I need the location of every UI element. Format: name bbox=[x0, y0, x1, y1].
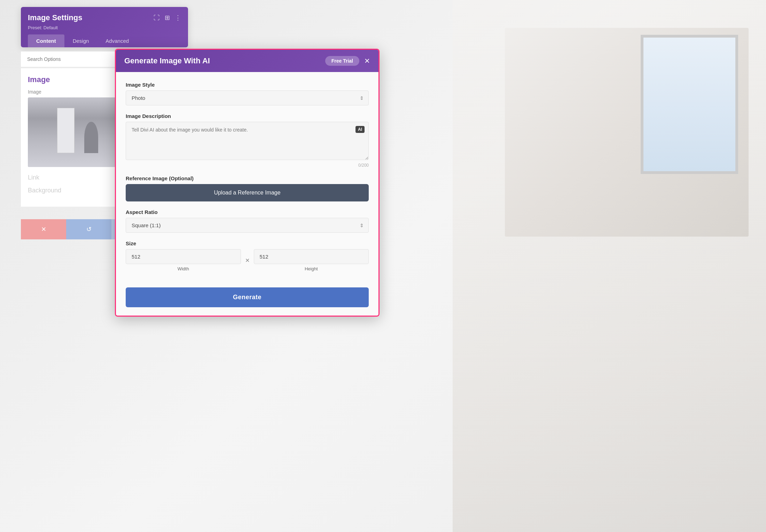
cancel-icon: ✕ bbox=[41, 225, 46, 233]
aspect-ratio-group: Aspect Ratio Square (1:1) Landscape (16:… bbox=[126, 209, 369, 233]
height-input[interactable] bbox=[254, 249, 369, 264]
height-group: Height bbox=[254, 249, 369, 271]
image-style-select-wrapper: Photo Illustration Abstract Watercolor ⇕ bbox=[126, 90, 369, 105]
size-x-icon: ✕ bbox=[245, 257, 250, 264]
width-label: Width bbox=[126, 266, 241, 271]
panel-icons: ⛶ ⊞ ⋮ bbox=[154, 14, 181, 22]
cancel-button[interactable]: ✕ bbox=[21, 219, 66, 239]
panel-header-top: Image Settings ⛶ ⊞ ⋮ bbox=[28, 13, 181, 22]
close-button[interactable]: ✕ bbox=[364, 57, 370, 64]
height-label: Height bbox=[254, 266, 369, 271]
ai-dialog-footer: Generate bbox=[116, 287, 378, 316]
tab-advanced[interactable]: Advanced bbox=[97, 34, 137, 47]
panel-preset: Preset: Default bbox=[28, 25, 181, 30]
room-figure bbox=[84, 122, 98, 153]
char-count: 0/200 bbox=[126, 163, 369, 168]
more-icon[interactable]: ⋮ bbox=[175, 14, 181, 22]
search-input[interactable] bbox=[27, 56, 97, 62]
aspect-ratio-label: Aspect Ratio bbox=[126, 209, 369, 215]
ai-badge: AI bbox=[355, 126, 365, 133]
image-description-label: Image Description bbox=[126, 113, 369, 119]
panel-title: Image Settings bbox=[28, 13, 82, 22]
room-window bbox=[641, 35, 738, 174]
ai-dialog-title: Generate Image With AI bbox=[124, 56, 210, 65]
expand-icon[interactable]: ⛶ bbox=[154, 14, 160, 22]
undo-button[interactable]: ↺ bbox=[66, 219, 111, 239]
image-settings-panel: Image Settings ⛶ ⊞ ⋮ Preset: Default Con… bbox=[21, 7, 188, 47]
size-group: Size Width ✕ Height bbox=[126, 240, 369, 271]
generate-button[interactable]: Generate bbox=[126, 287, 369, 307]
panel-header: Image Settings ⛶ ⊞ ⋮ Preset: Default Con… bbox=[21, 7, 188, 47]
free-trial-badge[interactable]: Free Trial bbox=[325, 56, 359, 66]
ai-dialog-body: Image Style Photo Illustration Abstract … bbox=[116, 72, 378, 287]
ai-dialog-header-right: Free Trial ✕ bbox=[325, 56, 370, 66]
tab-content[interactable]: Content bbox=[28, 34, 64, 47]
upload-reference-button[interactable]: Upload a Reference Image bbox=[126, 184, 369, 201]
room-simulation bbox=[28, 97, 125, 167]
panel-tabs: Content Design Advanced bbox=[28, 34, 181, 47]
reference-image-label: Reference Image (Optional) bbox=[126, 175, 369, 181]
image-description-textarea[interactable] bbox=[126, 122, 369, 160]
image-style-label: Image Style bbox=[126, 82, 369, 88]
width-group: Width bbox=[126, 249, 241, 271]
reference-image-group: Reference Image (Optional) Upload a Refe… bbox=[126, 175, 369, 201]
aspect-ratio-select[interactable]: Square (1:1) Landscape (16:9) Portrait (… bbox=[126, 218, 369, 233]
width-input[interactable] bbox=[126, 249, 241, 264]
grid-icon[interactable]: ⊞ bbox=[165, 14, 170, 22]
size-row: Width ✕ Height bbox=[126, 249, 369, 271]
ai-dialog: Generate Image With AI Free Trial ✕ Imag… bbox=[115, 49, 380, 317]
image-description-group: Image Description AI 0/200 bbox=[126, 113, 369, 168]
textarea-wrapper: AI bbox=[126, 122, 369, 161]
aspect-ratio-select-wrapper: Square (1:1) Landscape (16:9) Portrait (… bbox=[126, 218, 369, 233]
image-style-select[interactable]: Photo Illustration Abstract Watercolor bbox=[126, 90, 369, 105]
size-label: Size bbox=[126, 240, 369, 246]
ai-dialog-header: Generate Image With AI Free Trial ✕ bbox=[116, 50, 378, 72]
tab-design[interactable]: Design bbox=[64, 34, 97, 47]
undo-icon: ↺ bbox=[86, 225, 92, 233]
room-door bbox=[57, 108, 75, 153]
image-style-group: Image Style Photo Illustration Abstract … bbox=[126, 82, 369, 105]
image-preview[interactable] bbox=[28, 97, 125, 167]
